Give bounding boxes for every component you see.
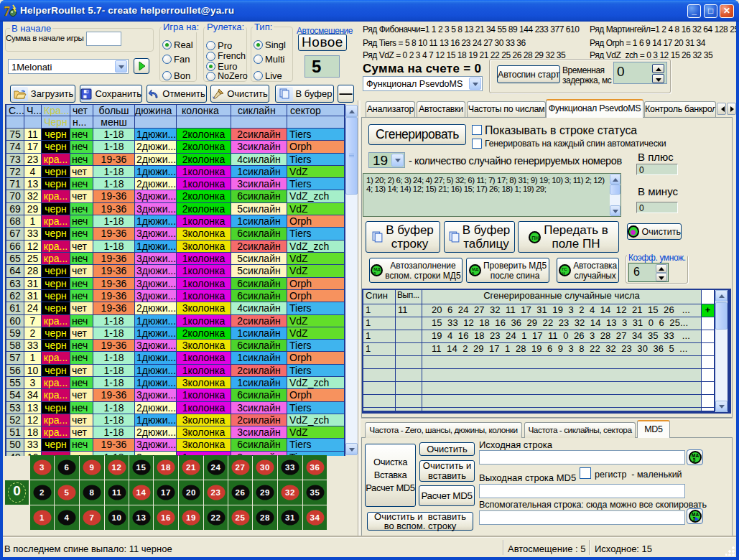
svg-text:7: 7: [4, 4, 10, 17]
